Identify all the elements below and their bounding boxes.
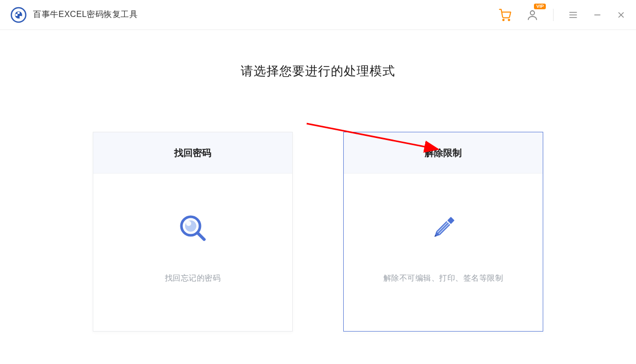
app-title: 百事牛EXCEL密码恢复工具 bbox=[33, 9, 138, 20]
pencil-icon bbox=[427, 212, 460, 245]
card-desc: 解除不可编辑、打印、签名等限制 bbox=[383, 273, 504, 283]
card-remove-restriction[interactable]: 解除限制 解除不可编辑、打印、签名等限制 bbox=[343, 132, 543, 332]
svg-line-17 bbox=[198, 233, 204, 239]
svg-rect-19 bbox=[437, 221, 450, 235]
menu-icon[interactable] bbox=[566, 8, 580, 22]
main-content: 请选择您要进行的处理模式 找回密码 找回忘记的密码 解除限制 bbox=[0, 30, 636, 332]
svg-point-16 bbox=[186, 221, 191, 226]
magnifier-icon bbox=[176, 212, 209, 245]
svg-rect-2 bbox=[18, 12, 20, 14]
svg-point-5 bbox=[503, 19, 504, 21]
card-recover-password[interactable]: 找回密码 找回忘记的密码 bbox=[93, 132, 293, 332]
card-title: 解除限制 bbox=[344, 132, 543, 174]
svg-point-7 bbox=[530, 11, 534, 15]
card-body: 解除不可编辑、打印、签名等限制 bbox=[344, 174, 543, 331]
card-container: 找回密码 找回忘记的密码 解除限制 bbox=[0, 132, 636, 332]
minimize-button[interactable] bbox=[591, 8, 604, 22]
titlebar-left: 百事牛EXCEL密码恢复工具 bbox=[10, 7, 138, 23]
close-button[interactable] bbox=[614, 8, 628, 22]
svg-rect-18 bbox=[447, 217, 455, 224]
titlebar: 百事牛EXCEL密码恢复工具 VIP bbox=[0, 0, 636, 30]
card-title: 找回密码 bbox=[93, 132, 292, 174]
user-icon[interactable]: VIP bbox=[524, 7, 541, 23]
titlebar-right: VIP bbox=[496, 6, 628, 24]
svg-rect-4 bbox=[20, 16, 22, 18]
svg-rect-3 bbox=[15, 14, 18, 16]
card-desc: 找回忘记的密码 bbox=[165, 273, 221, 283]
page-title: 请选择您要进行的处理模式 bbox=[0, 63, 636, 79]
card-body: 找回忘记的密码 bbox=[93, 174, 292, 331]
app-logo-icon bbox=[10, 7, 27, 23]
vip-badge: VIP bbox=[534, 4, 546, 9]
cart-icon[interactable] bbox=[496, 6, 514, 24]
svg-point-6 bbox=[508, 19, 510, 21]
separator bbox=[553, 9, 554, 21]
